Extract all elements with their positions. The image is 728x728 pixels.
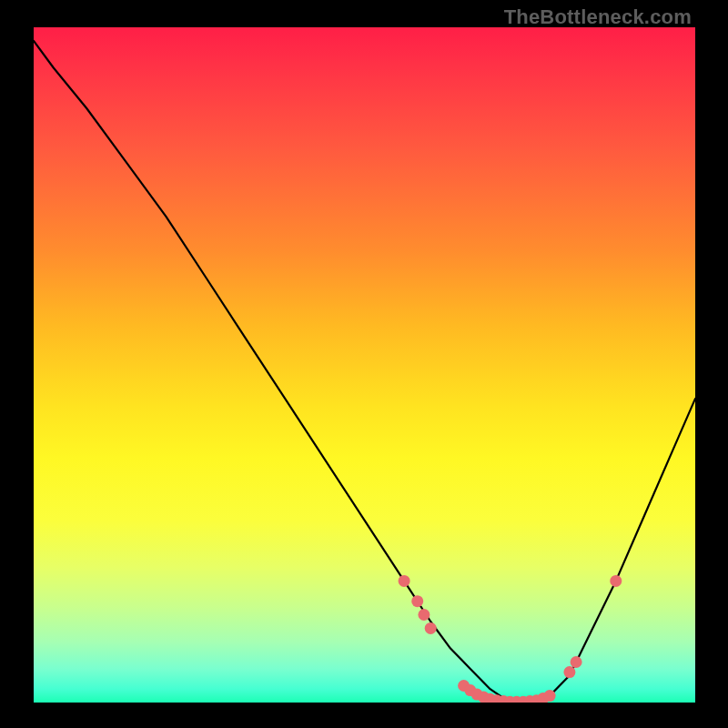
highlight-dot — [425, 622, 437, 634]
highlight-dot — [544, 690, 556, 702]
highlight-dot — [610, 575, 622, 587]
chart-svg — [34, 27, 695, 703]
highlight-dot — [418, 609, 430, 621]
highlight-dot — [563, 666, 575, 678]
highlight-dot — [399, 575, 410, 587]
plot-area — [34, 27, 695, 703]
watermark-text: TheBottleneck.com — [504, 5, 692, 29]
bottleneck-curve — [34, 41, 695, 703]
chart-frame — [34, 27, 695, 703]
highlight-dot — [411, 595, 423, 607]
highlight-dot — [571, 656, 582, 668]
